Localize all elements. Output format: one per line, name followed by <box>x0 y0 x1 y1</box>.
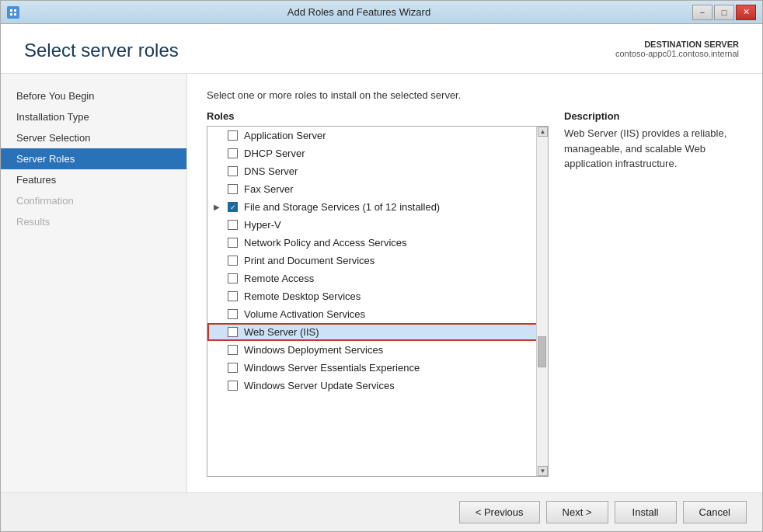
role-checkbox-wsee[interactable] <box>228 363 238 373</box>
role-checkbox-volume-activation[interactable] <box>228 309 238 319</box>
minimize-button[interactable]: − <box>692 5 712 20</box>
role-label: DHCP Server <box>244 148 305 159</box>
role-label: Hyper-V <box>244 219 281 231</box>
role-label: Web Server (IIS) <box>244 326 319 338</box>
list-item[interactable]: Windows Deployment Services <box>207 341 548 359</box>
role-checkbox-wsus[interactable] <box>228 381 238 391</box>
scrollbar-thumb[interactable] <box>538 336 546 367</box>
svg-rect-4 <box>14 13 16 16</box>
maximize-button[interactable]: □ <box>714 5 734 20</box>
close-button[interactable]: ✕ <box>736 5 756 20</box>
role-label: Windows Server Essentials Experience <box>244 362 420 374</box>
svg-rect-3 <box>10 13 12 16</box>
destination-server-info: DESTINATION SERVER contoso-appc01.contos… <box>615 40 739 58</box>
svg-rect-2 <box>14 9 16 12</box>
roles-list-container: Application Server DHCP Server <box>207 126 549 477</box>
role-checkbox-wds[interactable] <box>228 345 238 355</box>
list-item-web-server[interactable]: Web Server (IIS) <box>207 323 548 341</box>
list-item[interactable]: Hyper-V <box>207 216 548 234</box>
role-checkbox-npas[interactable] <box>228 238 238 248</box>
svg-rect-0 <box>9 8 18 17</box>
role-label: Print and Document Services <box>244 255 375 266</box>
role-checkbox-fax-server[interactable] <box>228 184 238 194</box>
previous-button[interactable]: < Previous <box>459 501 540 523</box>
role-checkbox-print-doc[interactable] <box>228 256 238 266</box>
description-body: Web Server (IIS) provides a reliable, ma… <box>564 126 743 172</box>
description-column: Description Web Server (IIS) provides a … <box>564 110 743 477</box>
role-label: Windows Deployment Services <box>244 344 383 356</box>
list-item[interactable]: DHCP Server <box>207 144 548 162</box>
list-item[interactable]: Windows Server Essentials Experience <box>207 359 548 377</box>
roles-list: Application Server DHCP Server <box>207 127 548 476</box>
role-checkbox-hyper-v[interactable] <box>228 220 238 230</box>
window-title: Add Roles and Features Wizard <box>26 6 692 18</box>
role-checkbox-application-server[interactable] <box>228 130 238 141</box>
role-label: Application Server <box>244 130 326 141</box>
sidebar-item-server-selection[interactable]: Server Selection <box>1 127 186 148</box>
role-label: DNS Server <box>244 165 298 177</box>
description-text: Select one or more roles to install on t… <box>207 89 743 101</box>
app-icon <box>7 6 19 19</box>
sidebar-item-features[interactable]: Features <box>1 169 186 190</box>
role-checkbox-dns-server[interactable] <box>228 166 238 176</box>
right-panel: Select one or more roles to install on t… <box>187 74 762 492</box>
role-label: Remote Desktop Services <box>244 290 361 302</box>
title-bar: Add Roles and Features Wizard − □ ✕ <box>1 1 762 24</box>
list-item[interactable]: Remote Desktop Services <box>207 287 548 305</box>
roles-label: Roles <box>207 110 549 122</box>
role-checkbox-rds[interactable] <box>228 291 238 301</box>
sidebar-item-results: Results <box>1 211 186 232</box>
list-item[interactable]: Windows Server Update Services <box>207 377 548 395</box>
sidebar-item-before-you-begin[interactable]: Before You Begin <box>1 85 186 106</box>
next-button[interactable]: Next > <box>546 501 608 523</box>
role-checkbox-remote-access[interactable] <box>228 273 238 283</box>
svg-rect-1 <box>10 9 12 12</box>
roles-column: Roles Application Server <box>207 110 549 477</box>
destination-label: DESTINATION SERVER <box>615 40 739 49</box>
footer: < Previous Next > Install Cancel <box>1 492 762 531</box>
list-item[interactable]: ▶ File and Storage Services (1 of 12 ins… <box>207 198 548 216</box>
role-label: Remote Access <box>244 273 314 284</box>
list-item[interactable]: DNS Server <box>207 162 548 180</box>
description-label: Description <box>564 110 743 122</box>
role-checkbox-web-server[interactable] <box>228 327 238 337</box>
header-area: Select server roles DESTINATION SERVER c… <box>1 24 762 74</box>
sidebar-item-confirmation: Confirmation <box>1 190 186 211</box>
list-item[interactable]: Volume Activation Services <box>207 305 548 323</box>
list-item[interactable]: Application Server <box>207 127 548 144</box>
list-item[interactable]: Fax Server <box>207 180 548 198</box>
cancel-button[interactable]: Cancel <box>683 501 747 523</box>
role-checkbox-file-storage[interactable] <box>228 202 238 212</box>
two-column-layout: Roles Application Server <box>207 110 743 477</box>
scrollbar-arrow-down[interactable]: ▼ <box>538 466 548 476</box>
sidebar: Before You Begin Installation Type Serve… <box>1 74 187 492</box>
role-label: File and Storage Services (1 of 12 insta… <box>244 201 440 213</box>
page-title: Select server roles <box>24 40 179 61</box>
sidebar-item-installation-type[interactable]: Installation Type <box>1 106 186 127</box>
list-item[interactable]: Print and Document Services <box>207 252 548 269</box>
window-controls: − □ ✕ <box>692 5 756 20</box>
role-label: Fax Server <box>244 183 294 195</box>
expand-icon-file-storage[interactable]: ▶ <box>214 203 225 211</box>
role-label: Network Policy and Access Services <box>244 237 407 249</box>
main-area: Before You Begin Installation Type Serve… <box>1 74 762 492</box>
destination-server-name: contoso-appc01.contoso.internal <box>615 49 739 58</box>
scrollbar-track[interactable]: ▲ ▼ <box>536 127 548 476</box>
list-item[interactable]: Remote Access <box>207 269 548 287</box>
role-label: Windows Server Update Services <box>244 380 395 391</box>
sidebar-item-server-roles[interactable]: Server Roles <box>1 148 186 169</box>
scrollbar-arrow-up[interactable]: ▲ <box>538 127 548 137</box>
wizard-window: Add Roles and Features Wizard − □ ✕ Sele… <box>0 0 763 532</box>
install-button[interactable]: Install <box>615 501 677 523</box>
role-checkbox-dhcp-server[interactable] <box>228 148 238 158</box>
role-label: Volume Activation Services <box>244 308 365 320</box>
content-area: Select server roles DESTINATION SERVER c… <box>1 24 762 531</box>
list-item[interactable]: Network Policy and Access Services <box>207 234 548 252</box>
